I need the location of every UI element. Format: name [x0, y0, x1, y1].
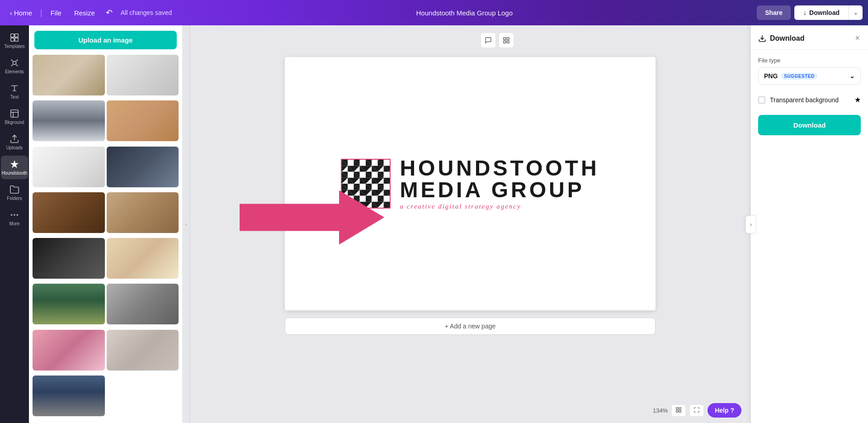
zoom-bar: 134% Help ? [653, 403, 741, 418]
list-item[interactable] [107, 55, 179, 95]
separator: | [40, 8, 42, 18]
sidebar-item-more[interactable]: More [1, 206, 28, 230]
share-button[interactable]: Share [757, 5, 791, 20]
download-dropdown-button[interactable]: ⌄ [849, 5, 863, 20]
help-label: Help ? [715, 407, 734, 414]
sidebar-item-bkground[interactable]: Bkground [1, 105, 28, 128]
dropdown-chevron-icon: ⌄ [849, 72, 855, 80]
list-item[interactable] [33, 55, 105, 95]
list-item[interactable] [33, 100, 105, 141]
sidebar-item-houndstooth[interactable]: Houndstooth [1, 156, 28, 179]
sidebar-item-label: Bkground [5, 120, 24, 125]
sidebar-item-label: More [9, 221, 20, 226]
logo-tagline: a creative digital strategy agency [400, 203, 599, 210]
panel-collapse-handle[interactable]: ‹ [183, 25, 190, 423]
sidebar-item-templates[interactable]: Templates [1, 29, 28, 52]
download-main-button[interactable]: ↓ Download [794, 5, 849, 20]
svg-rect-26 [679, 410, 681, 412]
svg-point-9 [17, 214, 19, 216]
download-action-button[interactable]: Download [758, 115, 861, 135]
list-item[interactable] [33, 238, 105, 279]
list-item[interactable] [33, 284, 105, 324]
svg-rect-14 [507, 41, 509, 43]
sidebar-item-label: Folders [7, 196, 22, 201]
sidebar-item-label: Uploads [6, 145, 23, 150]
svg-marker-10 [240, 190, 384, 244]
canvas-toolbar [481, 33, 514, 48]
svg-rect-0 [11, 34, 14, 37]
home-label: Home [14, 9, 32, 17]
add-page-button[interactable]: + Add a new page [285, 318, 656, 335]
download-icon: ↓ [803, 9, 807, 16]
expand-icon: › [750, 221, 752, 228]
resize-button[interactable]: Resize [70, 6, 99, 19]
svg-rect-12 [507, 38, 509, 40]
svg-rect-25 [676, 410, 678, 412]
sidebar-item-folders[interactable]: Folders [1, 181, 28, 204]
file-button[interactable]: File [46, 6, 66, 19]
sidebar-item-elements[interactable]: Elements [1, 54, 28, 78]
download-panel: › Download × File type PNG SUGGESTED ⌄ T… [750, 25, 868, 423]
collapse-icon: ‹ [185, 221, 187, 228]
fullscreen-button[interactable] [689, 404, 704, 417]
logo-line1: HOUNDSTOOTH [400, 157, 599, 179]
file-type-text: PNG [764, 72, 778, 80]
svg-rect-23 [676, 407, 678, 409]
sidebar-item-label: Elements [5, 69, 24, 74]
sidebar: Templates Elements Text Bkground Uploads… [0, 25, 29, 423]
list-item[interactable] [107, 330, 179, 371]
list-item[interactable] [107, 238, 179, 279]
grid-layout-button[interactable] [671, 404, 686, 417]
download-panel-body: File type PNG SUGGESTED ⌄ Transparent ba… [751, 50, 868, 423]
list-item[interactable] [107, 284, 179, 324]
svg-point-8 [14, 214, 15, 216]
close-panel-button[interactable]: × [854, 33, 861, 44]
file-type-select[interactable]: PNG SUGGESTED ⌄ [758, 67, 861, 85]
download-label: Download [809, 9, 840, 16]
home-button[interactable]: ‹ Home [5, 6, 37, 19]
sidebar-item-uploads[interactable]: Uploads [1, 130, 28, 154]
list-item[interactable] [33, 147, 105, 187]
transparent-checkbox[interactable] [758, 96, 765, 104]
list-item[interactable] [107, 192, 179, 233]
saved-status: All changes saved [121, 9, 172, 16]
sidebar-item-label: Text [10, 95, 19, 100]
sidebar-item-label: Templates [4, 44, 25, 49]
sidebar-item-label: Houndstooth [2, 171, 28, 176]
list-item[interactable] [33, 330, 105, 371]
sidebar-item-text[interactable]: Text [1, 80, 28, 103]
list-item[interactable] [107, 147, 179, 187]
list-item[interactable] [33, 192, 105, 233]
left-panel: Upload an image [29, 25, 183, 423]
transparent-background-row: Transparent background ★ [758, 92, 861, 108]
grid-view-button[interactable] [499, 33, 514, 48]
chevron-left-icon: ‹ [10, 9, 12, 17]
svg-rect-13 [504, 41, 506, 43]
logo-text: HOUNDSTOOTH MEDIA GROUP a creative digit… [400, 157, 599, 210]
svg-rect-24 [679, 407, 681, 409]
transparent-label[interactable]: Transparent background [770, 96, 850, 104]
canvas[interactable]: HOUNDSTOOTH MEDIA GROUP a creative digit… [285, 57, 656, 310]
suggested-badge: SUGGESTED [781, 73, 817, 80]
panel-title-text: Download [770, 34, 804, 43]
undo-button[interactable]: ↶ [103, 5, 115, 20]
svg-rect-3 [15, 38, 18, 41]
svg-point-7 [11, 214, 13, 216]
comment-tool-button[interactable] [481, 33, 496, 48]
help-button[interactable]: Help ? [708, 403, 741, 418]
svg-point-4 [13, 61, 16, 64]
list-item[interactable] [33, 375, 105, 416]
canvas-area: HOUNDSTOOTH MEDIA GROUP a creative digit… [190, 25, 750, 423]
file-type-label: File type [758, 57, 861, 64]
pink-arrow [240, 188, 384, 247]
download-panel-header: Download × [751, 25, 868, 50]
logo-line2: MEDIA GROUP [400, 179, 599, 201]
file-type-value: PNG SUGGESTED [764, 72, 817, 80]
download-icon [758, 34, 766, 43]
panel-expand-button[interactable]: › [745, 215, 756, 233]
upload-image-button[interactable]: Upload an image [34, 31, 177, 49]
svg-rect-1 [15, 34, 18, 37]
image-grid [29, 55, 182, 423]
zoom-level: 134% [653, 407, 668, 414]
list-item[interactable] [107, 100, 179, 141]
